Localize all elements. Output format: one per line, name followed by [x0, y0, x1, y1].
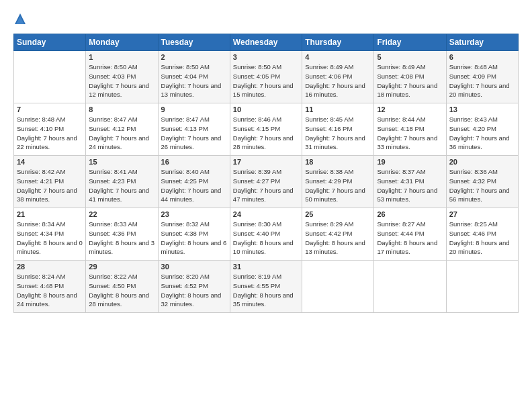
day-info: Sunrise: 8:32 AMSunset: 4:38 PMDaylight:…	[161, 220, 227, 257]
day-number: 19	[377, 158, 443, 166]
day-number: 8	[89, 105, 154, 113]
day-info: Sunrise: 8:48 AMSunset: 4:09 PMDaylight:…	[449, 62, 515, 99]
calendar-cell	[374, 261, 446, 313]
day-info: Sunrise: 8:19 AMSunset: 4:55 PMDaylight:…	[233, 272, 299, 309]
calendar-cell: 2Sunrise: 8:50 AMSunset: 4:04 PMDaylight…	[158, 51, 230, 103]
day-number: 10	[233, 105, 299, 113]
day-number: 22	[89, 210, 154, 218]
calendar-cell: 30Sunrise: 8:20 AMSunset: 4:52 PMDayligh…	[158, 261, 230, 313]
calendar-cell	[302, 261, 374, 313]
day-number: 9	[161, 105, 227, 113]
calendar-cell: 31Sunrise: 8:19 AMSunset: 4:55 PMDayligh…	[230, 261, 302, 313]
calendar-cell: 15Sunrise: 8:41 AMSunset: 4:23 PMDayligh…	[86, 156, 158, 208]
day-info: Sunrise: 8:48 AMSunset: 4:10 PMDaylight:…	[17, 115, 83, 152]
calendar-cell: 19Sunrise: 8:37 AMSunset: 4:31 PMDayligh…	[374, 156, 446, 208]
day-info: Sunrise: 8:39 AMSunset: 4:27 PMDaylight:…	[233, 167, 299, 204]
calendar-cell	[446, 261, 518, 313]
day-number: 24	[233, 210, 299, 218]
calendar-cell: 11Sunrise: 8:45 AMSunset: 4:16 PMDayligh…	[302, 103, 374, 156]
day-number: 13	[449, 105, 515, 113]
day-info: Sunrise: 8:50 AMSunset: 4:05 PMDaylight:…	[233, 62, 299, 99]
day-number: 12	[377, 105, 443, 113]
day-number: 3	[233, 53, 299, 61]
calendar-cell: 4Sunrise: 8:49 AMSunset: 4:06 PMDaylight…	[302, 51, 374, 103]
calendar-cell: 24Sunrise: 8:30 AMSunset: 4:40 PMDayligh…	[230, 208, 302, 261]
day-number: 26	[377, 210, 443, 218]
calendar-cell: 23Sunrise: 8:32 AMSunset: 4:38 PMDayligh…	[158, 208, 230, 261]
calendar-cell: 29Sunrise: 8:22 AMSunset: 4:50 PMDayligh…	[86, 261, 158, 313]
calendar-cell: 17Sunrise: 8:39 AMSunset: 4:27 PMDayligh…	[230, 156, 302, 208]
day-number: 4	[305, 53, 371, 61]
calendar-cell: 3Sunrise: 8:50 AMSunset: 4:05 PMDaylight…	[230, 51, 302, 103]
day-number: 23	[161, 210, 227, 218]
day-number: 25	[305, 210, 371, 218]
calendar-cell: 25Sunrise: 8:29 AMSunset: 4:42 PMDayligh…	[302, 208, 374, 261]
week-row-3: 21Sunrise: 8:34 AMSunset: 4:34 PMDayligh…	[14, 208, 519, 261]
day-number: 29	[89, 263, 154, 271]
day-header-tuesday: Tuesday	[158, 34, 230, 51]
day-number: 21	[17, 210, 83, 218]
calendar-cell: 8Sunrise: 8:47 AMSunset: 4:12 PMDaylight…	[86, 103, 158, 156]
calendar-cell: 18Sunrise: 8:38 AMSunset: 4:29 PMDayligh…	[302, 156, 374, 208]
day-number: 20	[449, 158, 515, 166]
day-number: 15	[89, 158, 154, 166]
calendar-cell: 10Sunrise: 8:46 AMSunset: 4:15 PMDayligh…	[230, 103, 302, 156]
day-header-wednesday: Wednesday	[230, 34, 302, 51]
calendar-cell: 6Sunrise: 8:48 AMSunset: 4:09 PMDaylight…	[446, 51, 518, 103]
day-number: 16	[161, 158, 227, 166]
calendar-cell: 1Sunrise: 8:50 AMSunset: 4:03 PMDaylight…	[86, 51, 158, 103]
day-info: Sunrise: 8:44 AMSunset: 4:18 PMDaylight:…	[377, 115, 443, 152]
day-info: Sunrise: 8:42 AMSunset: 4:21 PMDaylight:…	[17, 167, 83, 204]
week-row-0: 1Sunrise: 8:50 AMSunset: 4:03 PMDaylight…	[14, 51, 519, 103]
logo-icon	[13, 12, 27, 27]
day-number: 2	[161, 53, 227, 61]
day-info: Sunrise: 8:43 AMSunset: 4:20 PMDaylight:…	[449, 115, 515, 152]
day-number: 17	[233, 158, 299, 166]
week-row-2: 14Sunrise: 8:42 AMSunset: 4:21 PMDayligh…	[14, 156, 519, 208]
day-info: Sunrise: 8:45 AMSunset: 4:16 PMDaylight:…	[305, 115, 371, 152]
week-row-4: 28Sunrise: 8:24 AMSunset: 4:48 PMDayligh…	[14, 261, 519, 313]
day-info: Sunrise: 8:24 AMSunset: 4:48 PMDaylight:…	[17, 272, 83, 309]
day-number: 31	[233, 263, 299, 271]
calendar-cell: 26Sunrise: 8:27 AMSunset: 4:44 PMDayligh…	[374, 208, 446, 261]
day-number: 6	[449, 53, 515, 61]
day-number: 11	[305, 105, 371, 113]
logo	[13, 12, 30, 27]
day-info: Sunrise: 8:34 AMSunset: 4:34 PMDaylight:…	[17, 220, 83, 257]
day-info: Sunrise: 8:37 AMSunset: 4:31 PMDaylight:…	[377, 167, 443, 204]
day-info: Sunrise: 8:50 AMSunset: 4:04 PMDaylight:…	[161, 62, 227, 99]
day-info: Sunrise: 8:49 AMSunset: 4:06 PMDaylight:…	[305, 62, 371, 99]
calendar-cell: 28Sunrise: 8:24 AMSunset: 4:48 PMDayligh…	[14, 261, 86, 313]
calendar-cell: 27Sunrise: 8:25 AMSunset: 4:46 PMDayligh…	[446, 208, 518, 261]
calendar-cell: 13Sunrise: 8:43 AMSunset: 4:20 PMDayligh…	[446, 103, 518, 156]
day-info: Sunrise: 8:30 AMSunset: 4:40 PMDaylight:…	[233, 220, 299, 257]
day-number: 28	[17, 263, 83, 271]
day-info: Sunrise: 8:40 AMSunset: 4:25 PMDaylight:…	[161, 167, 227, 204]
week-row-1: 7Sunrise: 8:48 AMSunset: 4:10 PMDaylight…	[14, 103, 519, 156]
calendar-cell: 20Sunrise: 8:36 AMSunset: 4:32 PMDayligh…	[446, 156, 518, 208]
calendar-cell: 21Sunrise: 8:34 AMSunset: 4:34 PMDayligh…	[14, 208, 86, 261]
calendar-cell: 14Sunrise: 8:42 AMSunset: 4:21 PMDayligh…	[14, 156, 86, 208]
day-info: Sunrise: 8:50 AMSunset: 4:03 PMDaylight:…	[89, 62, 154, 99]
day-header-thursday: Thursday	[302, 34, 374, 51]
day-info: Sunrise: 8:46 AMSunset: 4:15 PMDaylight:…	[233, 115, 299, 152]
calendar-cell: 9Sunrise: 8:47 AMSunset: 4:13 PMDaylight…	[158, 103, 230, 156]
day-header-friday: Friday	[374, 34, 446, 51]
day-number: 14	[17, 158, 83, 166]
calendar-cell: 12Sunrise: 8:44 AMSunset: 4:18 PMDayligh…	[374, 103, 446, 156]
day-info: Sunrise: 8:49 AMSunset: 4:08 PMDaylight:…	[377, 62, 443, 99]
day-info: Sunrise: 8:29 AMSunset: 4:42 PMDaylight:…	[305, 220, 371, 257]
day-number: 1	[89, 53, 154, 61]
day-info: Sunrise: 8:22 AMSunset: 4:50 PMDaylight:…	[89, 272, 154, 309]
calendar-cell: 16Sunrise: 8:40 AMSunset: 4:25 PMDayligh…	[158, 156, 230, 208]
day-number: 27	[449, 210, 515, 218]
calendar-cell: 22Sunrise: 8:33 AMSunset: 4:36 PMDayligh…	[86, 208, 158, 261]
day-info: Sunrise: 8:27 AMSunset: 4:44 PMDaylight:…	[377, 220, 443, 257]
header-row: SundayMondayTuesdayWednesdayThursdayFrid…	[14, 34, 519, 51]
calendar-cell: 5Sunrise: 8:49 AMSunset: 4:08 PMDaylight…	[374, 51, 446, 103]
day-number: 7	[17, 105, 83, 113]
day-header-monday: Monday	[86, 34, 158, 51]
day-info: Sunrise: 8:36 AMSunset: 4:32 PMDaylight:…	[449, 167, 515, 204]
calendar-table: SundayMondayTuesdayWednesdayThursdayFrid…	[13, 34, 519, 313]
day-info: Sunrise: 8:41 AMSunset: 4:23 PMDaylight:…	[89, 167, 154, 204]
